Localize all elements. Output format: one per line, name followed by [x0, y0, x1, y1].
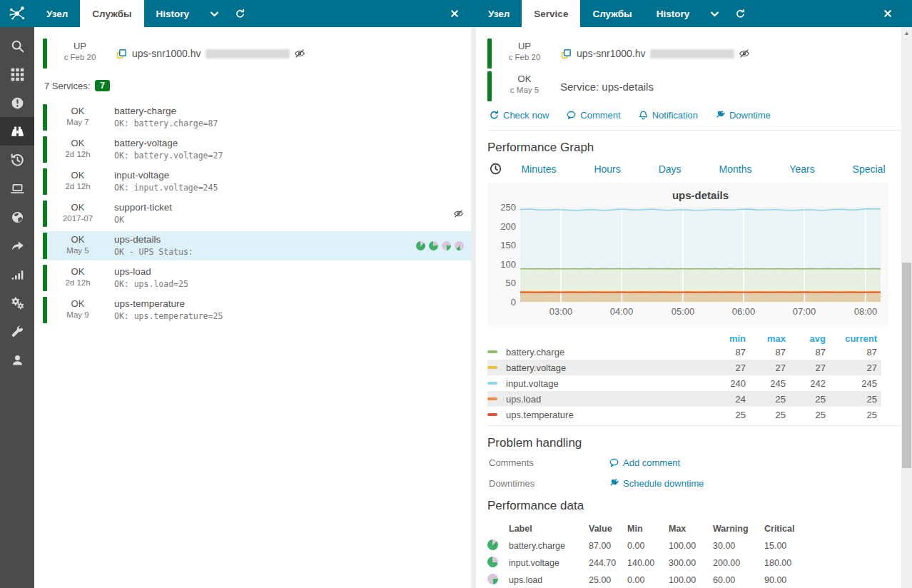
services-summary-label: 7 Services: [44, 81, 90, 91]
service-name: battery-charge [114, 106, 464, 116]
service-row-input-voltage[interactable]: OK2d 12h input-voltageOK: input.voltage=… [43, 167, 471, 196]
close-icon [450, 9, 460, 19]
legend-swatch-icon [487, 366, 497, 369]
close-panel-button[interactable] [875, 0, 901, 27]
perf-pie-icon [487, 539, 498, 550]
sidebar-item-user[interactable] [0, 345, 34, 374]
time-range-hours[interactable]: Hours [594, 163, 620, 175]
clone-icon [116, 48, 128, 60]
comments-row: Comments Add comment [489, 457, 901, 468]
time-range-days[interactable]: Days [659, 163, 682, 175]
eye-off-icon[interactable] [294, 48, 305, 59]
icinga-logo[interactable] [0, 0, 34, 27]
tab-history[interactable]: History [144, 0, 202, 27]
notification-link[interactable]: Notification [638, 110, 698, 121]
perfdata-header-max: Max [669, 524, 713, 534]
clock-icon [489, 162, 502, 176]
perf-pie-icon [487, 557, 498, 567]
sidebar-item-overview-binoculars[interactable] [0, 117, 34, 146]
close-panel-button[interactable] [442, 0, 467, 27]
tab-узел[interactable]: Узел [34, 0, 80, 27]
eye-off-icon[interactable] [453, 208, 464, 219]
x-tick-label: 05:00 [672, 306, 695, 317]
comment-bubble-icon [566, 110, 577, 121]
sidebar-item-system-wrench[interactable] [0, 317, 34, 345]
legend-header-current: current [826, 333, 877, 344]
sidebar-item-host-laptop[interactable] [0, 174, 34, 203]
refresh-button[interactable] [227, 0, 253, 27]
legend-row-ups.load: ups.load 24252525 [487, 391, 881, 407]
detail-host-header: UP с Feb 20 ups-snr1000.hv [487, 37, 901, 70]
refresh-button[interactable] [727, 0, 753, 27]
service-label: Service: ups-details [560, 81, 654, 93]
x-tick-label: 04:00 [610, 306, 634, 317]
graph-legend-table: minmaxavgcurrent battery.charge 87878787… [487, 333, 881, 422]
graph-plot-area[interactable]: 050100150200250 [520, 207, 881, 302]
y-tick-label: 200 [490, 221, 516, 232]
legend-row-ups.temperature: ups.temperature 25252525 [487, 407, 881, 422]
perf-pie-icon [442, 241, 451, 250]
legend-swatch-icon [487, 382, 497, 385]
time-range-years[interactable]: Years [789, 163, 814, 175]
tab-service[interactable]: Service [522, 0, 580, 27]
sidebar-item-reporting-signal[interactable] [0, 260, 34, 288]
scrollbar-thumb[interactable] [902, 263, 911, 468]
service-row-support-ticket[interactable]: OK2017-07 support-ticketOK [43, 199, 471, 228]
check-now-link[interactable]: Check now [489, 110, 549, 121]
x-tick-label: 08:00 [854, 306, 878, 317]
host-name-link[interactable]: ups-snr1000.hv [132, 48, 201, 59]
service-row-ups-load[interactable]: OK2d 12h ups-loadOK: ups.load=25 [43, 263, 471, 293]
services-ok-badge[interactable]: 7 [95, 80, 110, 91]
sidebar-item-modules-gears[interactable] [0, 288, 34, 317]
panel-divider [471, 27, 476, 588]
time-range-months[interactable]: Months [719, 163, 752, 175]
tab-службы[interactable]: Службы [580, 0, 644, 27]
service-row-ups-details[interactable]: OKMay 5 ups-detailsOK - UPS Status: [43, 231, 471, 260]
search-icon [10, 39, 25, 54]
time-range-tabs: MinutesHoursDaysMonthsYearsSpecial [502, 163, 901, 175]
sidebar-item-problems-alert[interactable] [0, 88, 34, 117]
service-output: OK: ups.temperature=25 [114, 311, 464, 321]
downtime-link[interactable]: Downtime [715, 110, 771, 121]
add-comment-link[interactable]: Add comment [609, 457, 680, 468]
sidebar-item-globe[interactable] [0, 203, 34, 231]
host-laptop-icon [10, 181, 25, 196]
service-name: ups-load [114, 266, 464, 277]
tab-узел[interactable]: Узел [476, 0, 522, 27]
service-actions: Check nowCommentNotificationDowntime [489, 110, 901, 131]
service-output: OK - UPS Status: [114, 247, 416, 257]
sidebar-item-dashboard-grid[interactable] [0, 60, 34, 88]
legend-header-avg: avg [786, 333, 826, 344]
y-tick-label: 0 [490, 297, 516, 308]
perfdata-header-value: Value [589, 524, 627, 534]
close-icon [883, 9, 893, 19]
sidebar-item-history-clock[interactable] [0, 146, 34, 174]
host-name-link[interactable]: ups-snr1000.hv [577, 48, 646, 59]
eye-off-icon[interactable] [739, 48, 750, 59]
service-row-battery-voltage[interactable]: OK2d 12h battery-voltageOK: battery.volt… [43, 135, 471, 164]
perfdata-header-critical: Critical [764, 524, 814, 534]
reporting-signal-icon [10, 267, 25, 282]
comment-link[interactable]: Comment [566, 110, 620, 121]
tab-dropdown-button[interactable] [201, 0, 227, 27]
schedule-downtime-link[interactable]: Schedule downtime [609, 478, 704, 489]
time-range-special[interactable]: Special [853, 163, 886, 175]
tab-dropdown-button[interactable] [701, 0, 727, 27]
tab-history[interactable]: History [644, 0, 702, 27]
service-row-battery-charge[interactable]: OKMay 7 battery-chargeOK: battery.charge… [43, 103, 471, 132]
sidebar-item-share-arrow[interactable] [0, 231, 34, 260]
host-since: с Feb 20 [492, 53, 557, 61]
comment-bubble-icon [609, 457, 619, 468]
refresh-icon [735, 9, 746, 19]
share-arrow-icon [10, 238, 25, 253]
sidebar-item-search[interactable] [0, 31, 34, 60]
graph-plot-bg [520, 207, 881, 302]
tab-службы[interactable]: Службы [80, 0, 143, 27]
performance-graph-widget: ups-details 050100150200250 03:0004:0005… [487, 183, 888, 326]
service-output: OK [114, 215, 453, 225]
services-list: OKMay 7 battery-chargeOK: battery.charge… [43, 103, 471, 325]
time-range-minutes[interactable]: Minutes [521, 163, 556, 175]
service-row-ups-temperature[interactable]: OKMay 9 ups-temperatureOK: ups.temperatu… [43, 295, 471, 325]
service-output: OK: battery.voltage=27 [114, 151, 464, 161]
scrollbar-up-arrow[interactable]: ▲ [901, 27, 912, 39]
